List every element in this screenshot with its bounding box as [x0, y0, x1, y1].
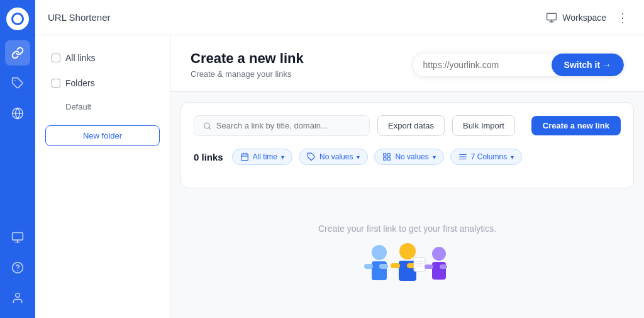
workspace-button[interactable]: Workspace — [546, 12, 606, 23]
default-folder-item[interactable]: Default — [45, 98, 160, 115]
svg-line-13 — [209, 127, 210, 128]
columns-filter[interactable]: 7 Columns ▾ — [450, 149, 522, 165]
workspace-label: Workspace — [562, 13, 606, 23]
tag-icon — [307, 152, 316, 161]
nav-monitor-icon[interactable] — [5, 225, 30, 250]
columns-chevron: ▾ — [511, 154, 514, 161]
svg-rect-22 — [384, 157, 386, 160]
nav-sidebar — [0, 0, 35, 318]
all-links-item[interactable]: All links — [45, 48, 160, 68]
default-folder-label: Default — [65, 102, 91, 111]
illustration-svg — [345, 240, 470, 290]
new-folder-button[interactable]: New folder — [45, 125, 160, 146]
svg-rect-41 — [440, 264, 447, 269]
all-links-label: All links — [65, 53, 95, 63]
svg-rect-3 — [13, 233, 23, 241]
svg-point-8 — [16, 293, 20, 298]
page-title: Create a new link — [191, 50, 304, 67]
nav-link-icon[interactable] — [5, 40, 30, 65]
more-options-button[interactable]: ⋮ — [614, 8, 631, 28]
export-datas-button[interactable]: Export datas — [377, 115, 445, 136]
links-count: 0 links — [194, 152, 223, 162]
url-input-group: Switch it → — [413, 54, 624, 76]
nav-help-icon[interactable] — [5, 255, 30, 280]
all-time-filter[interactable]: All time ▾ — [232, 149, 292, 165]
svg-point-30 — [399, 243, 416, 259]
illustration — [193, 246, 621, 290]
header-right: Workspace ⋮ — [546, 8, 631, 28]
nav-user-icon[interactable] — [5, 285, 30, 310]
links-toolbar: Export datas Bulk Import Create a new li… — [194, 115, 621, 136]
no-values-1-chevron: ▾ — [357, 154, 360, 161]
links-section: Export datas Bulk Import Create a new li… — [180, 102, 634, 188]
svg-rect-20 — [388, 154, 391, 156]
no-values-2-chevron: ▾ — [433, 154, 436, 161]
empty-state: Create your first link to get your first… — [180, 198, 634, 315]
all-links-checkbox — [52, 54, 60, 62]
search-icon — [203, 122, 211, 130]
nav-tag-icon[interactable] — [5, 71, 30, 96]
switch-it-button[interactable]: Switch it → — [552, 54, 624, 76]
workspace-icon — [546, 12, 557, 23]
url-input[interactable] — [413, 54, 552, 76]
empty-state-text: Create your first link to get your first… — [193, 224, 621, 234]
all-time-chevron: ▾ — [281, 154, 284, 161]
page-header: Create a new link Create & manage your l… — [170, 35, 644, 92]
columns-label: 7 Columns — [471, 152, 507, 161]
svg-rect-19 — [384, 154, 386, 156]
main-wrapper: URL Shortener Workspace ⋮ All links — [35, 0, 644, 318]
folders-label: Folders — [65, 78, 95, 88]
no-values-2-filter[interactable]: No values ▾ — [374, 149, 443, 165]
app-logo[interactable] — [6, 8, 29, 30]
svg-rect-34 — [414, 258, 425, 271]
calendar-icon — [240, 152, 249, 161]
svg-rect-29 — [379, 264, 388, 269]
top-header: URL Shortener Workspace ⋮ — [35, 0, 644, 35]
main-content: Create a new link Create & manage your l… — [170, 35, 644, 318]
create-new-link-button[interactable]: Create a new link — [531, 116, 621, 135]
search-box — [194, 115, 370, 136]
no-values-1-label: No values — [319, 152, 353, 161]
svg-rect-14 — [241, 154, 248, 161]
no-values-1-filter[interactable]: No values ▾ — [299, 149, 368, 165]
app-title: URL Shortener — [48, 12, 111, 23]
folders-item[interactable]: Folders — [45, 73, 160, 93]
bulk-import-button[interactable]: Bulk Import — [452, 115, 515, 136]
svg-point-26 — [372, 245, 387, 260]
nav-globe-icon[interactable] — [5, 101, 30, 126]
grid-icon — [382, 152, 391, 161]
svg-rect-32 — [391, 263, 400, 268]
content-area: All links Folders Default New folder Cre… — [35, 35, 644, 318]
folders-checkbox — [52, 79, 60, 88]
no-values-2-label: No values — [395, 152, 428, 161]
svg-rect-40 — [425, 264, 433, 269]
search-input[interactable] — [216, 121, 360, 130]
page-subtitle: Create & manage your links — [191, 69, 304, 79]
sidebar-panel: All links Folders Default New folder — [35, 35, 170, 318]
columns-icon — [458, 152, 467, 161]
filters-row: 0 links All time ▾ — [194, 149, 621, 165]
svg-rect-28 — [364, 264, 373, 269]
all-time-label: All time — [253, 152, 277, 161]
svg-rect-21 — [388, 157, 391, 160]
svg-rect-9 — [547, 13, 557, 20]
page-header-left: Create a new link Create & manage your l… — [191, 50, 304, 79]
svg-point-38 — [432, 247, 446, 261]
